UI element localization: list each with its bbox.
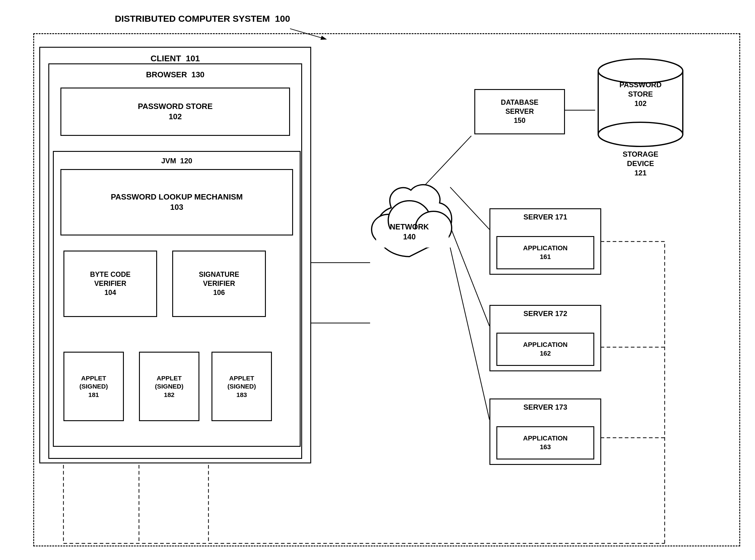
application161-label: APPLICATION161 (523, 244, 567, 261)
applet3-box: APPLET(SIGNED)183 (212, 352, 272, 421)
signature-verifier-box: SIGNATUREVERIFIER106 (172, 251, 266, 317)
application162-box: APPLICATION162 (497, 333, 594, 366)
password-store-remote-label: PASSWORDSTORE102 (595, 80, 686, 108)
application161-box: APPLICATION161 (497, 236, 594, 269)
password-lookup-label: PASSWORD LOOKUP MECHANISM103 (111, 192, 243, 213)
network-label: NETWORK140 (352, 222, 467, 241)
database-server-box: DATABASESERVER150 (474, 89, 565, 134)
applet3-label: APPLET(SIGNED)183 (228, 374, 256, 399)
server173-box: SERVER 173 APPLICATION163 (489, 399, 601, 465)
server173-label: SERVER 173 (490, 402, 600, 412)
jvm-label: JVM 120 (54, 156, 300, 165)
browser-label: BROWSER 130 (49, 70, 301, 80)
password-store-remote: PASSWORDSTORE102 STORAGEDEVICE121 (595, 53, 686, 149)
server171-label: SERVER 171 (490, 212, 600, 222)
application162-label: APPLICATION162 (523, 341, 567, 358)
database-server-label: DATABASESERVER150 (501, 98, 538, 125)
password-lookup-box: PASSWORD LOOKUP MECHANISM103 (60, 169, 293, 236)
storage-device-label: STORAGEDEVICE121 (595, 149, 686, 178)
applet2-box: APPLET(SIGNED)182 (139, 352, 199, 421)
client-label: CLIENT 101 (40, 53, 310, 64)
password-store-client-label: PASSWORD STORE102 (138, 101, 213, 122)
server172-box: SERVER 172 APPLICATION162 (489, 305, 601, 371)
title-label: DISTRIBUTED COMPUTER SYSTEM 100 (115, 13, 290, 24)
svg-point-33 (598, 122, 683, 146)
application163-label: APPLICATION163 (523, 434, 567, 451)
applet2-label: APPLET(SIGNED)182 (155, 374, 184, 399)
byte-code-verifier-box: BYTE CODEVERIFIER104 (63, 251, 157, 317)
password-store-client-box: PASSWORD STORE102 (60, 87, 290, 136)
applet1-label: APPLET(SIGNED)181 (79, 374, 108, 399)
diagram: DISTRIBUTED COMPUTER SYSTEM 100 CLIENT 1… (0, 0, 755, 560)
application163-box: APPLICATION163 (497, 426, 594, 459)
server171-box: SERVER 171 APPLICATION161 (489, 208, 601, 275)
signature-verifier-label: SIGNATUREVERIFIER106 (199, 270, 239, 297)
server172-label: SERVER 172 (490, 309, 600, 318)
byte-code-verifier-label: BYTE CODEVERIFIER104 (90, 270, 131, 297)
applet1-box: APPLET(SIGNED)181 (63, 352, 124, 421)
network-cloud: NETWORK140 (352, 169, 467, 266)
svg-point-34 (598, 59, 683, 83)
